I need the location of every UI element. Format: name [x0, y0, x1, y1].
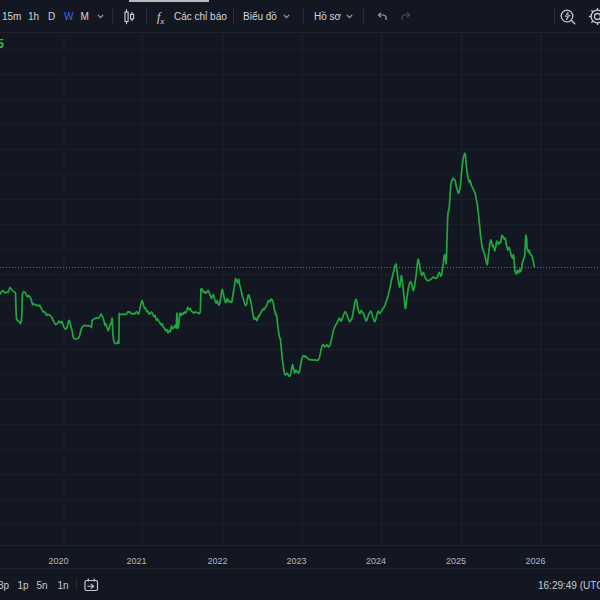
- svg-text:5: 5: [0, 37, 4, 51]
